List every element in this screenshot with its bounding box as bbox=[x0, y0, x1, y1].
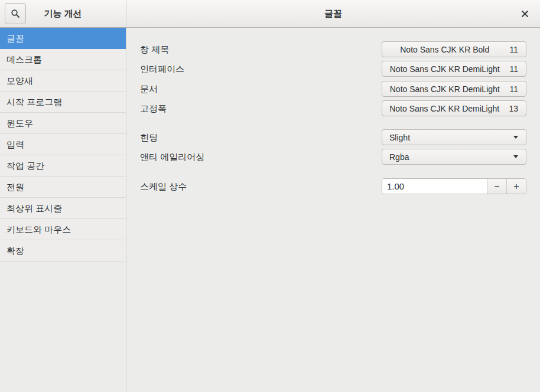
row-label: 앤티 에일리어싱 bbox=[140, 151, 204, 162]
sidebar-item-keyboard-mouse[interactable]: 키보드와 마우스 bbox=[0, 219, 126, 240]
search-icon bbox=[11, 9, 20, 18]
sidebar-item-startup-apps[interactable]: 시작 프로그램 bbox=[0, 92, 126, 113]
font-name: Noto Sans CJK KR Bold bbox=[382, 45, 507, 54]
gnome-tweaks-window: 기능 개선 글꼴 글꼴 데스크톱 모양새 시작 프로그램 윈도우 입력 작업 공… bbox=[0, 0, 540, 392]
sidebar-item-windows[interactable]: 윈도우 bbox=[0, 113, 126, 134]
font-button-interface[interactable]: Noto Sans CJK KR DemiLight 11 bbox=[382, 61, 526, 77]
font-button-monospace[interactable]: Noto Sans CJK KR DemiLight 13 bbox=[382, 100, 526, 116]
fonts-panel: 창 제목 Noto Sans CJK KR Bold 11 인터페이스 Noto… bbox=[126, 28, 540, 392]
sidebar-item-workspaces[interactable]: 작업 공간 bbox=[0, 155, 126, 177]
font-name: Noto Sans CJK KR DemiLight bbox=[382, 64, 507, 74]
minus-icon: − bbox=[494, 181, 499, 192]
header-bar: 기능 개선 글꼴 bbox=[0, 0, 540, 28]
row-label: 창 제목 bbox=[140, 44, 169, 55]
scaling-factor-input[interactable] bbox=[382, 179, 487, 194]
sidebar-item-power[interactable]: 전원 bbox=[0, 177, 126, 198]
sidebar-title: 기능 개선 bbox=[44, 8, 82, 19]
page-title: 글꼴 bbox=[324, 8, 342, 19]
chevron-down-icon bbox=[513, 155, 518, 158]
hinting-row: 힌팅 Slight bbox=[126, 129, 540, 145]
antialiasing-row: 앤티 에일리어싱 Rgba bbox=[126, 149, 540, 165]
close-button[interactable] bbox=[516, 5, 533, 22]
dropdown-value: Slight bbox=[382, 133, 513, 142]
hinting-dropdown[interactable]: Slight bbox=[382, 129, 526, 145]
sidebar: 글꼴 데스크톱 모양새 시작 프로그램 윈도우 입력 작업 공간 전원 최상위 … bbox=[0, 28, 126, 392]
antialiasing-dropdown[interactable]: Rgba bbox=[382, 149, 526, 165]
row-label: 문서 bbox=[140, 83, 158, 94]
sidebar-header: 기능 개선 bbox=[0, 0, 126, 28]
font-button-window-title[interactable]: Noto Sans CJK KR Bold 11 bbox=[382, 41, 526, 57]
font-row-window-title: 창 제목 Noto Sans CJK KR Bold 11 bbox=[126, 41, 540, 57]
search-button[interactable] bbox=[5, 3, 26, 24]
font-row-document: 문서 Noto Sans CJK KR DemiLight 11 bbox=[126, 81, 540, 97]
sidebar-item-top-bar[interactable]: 최상위 표시줄 bbox=[0, 198, 126, 219]
font-size: 11 bbox=[507, 45, 526, 54]
sidebar-item-extensions[interactable]: 확장 bbox=[0, 240, 126, 262]
sidebar-item-fonts[interactable]: 글꼴 bbox=[0, 28, 126, 49]
font-row-interface: 인터페이스 Noto Sans CJK KR DemiLight 11 bbox=[126, 61, 540, 77]
plus-icon: + bbox=[513, 181, 519, 192]
row-label: 스케일 상수 bbox=[140, 181, 187, 192]
sidebar-item-input[interactable]: 입력 bbox=[0, 134, 126, 155]
main-header: 글꼴 bbox=[126, 0, 540, 28]
font-size: 13 bbox=[506, 104, 526, 113]
row-label: 고정폭 bbox=[140, 103, 167, 114]
sidebar-item-desktop[interactable]: 데스크톱 bbox=[0, 49, 126, 70]
font-size: 11 bbox=[507, 84, 526, 94]
scaling-factor-row: 스케일 상수 − + bbox=[126, 178, 540, 194]
dropdown-value: Rgba bbox=[382, 152, 513, 162]
scaling-factor-spinner: − + bbox=[382, 178, 526, 194]
font-button-document[interactable]: Noto Sans CJK KR DemiLight 11 bbox=[382, 81, 526, 97]
row-label: 힌팅 bbox=[140, 132, 158, 143]
font-name: Noto Sans CJK KR DemiLight bbox=[382, 104, 506, 113]
font-size: 11 bbox=[507, 64, 526, 74]
font-name: Noto Sans CJK KR DemiLight bbox=[382, 84, 507, 94]
font-row-monospace: 고정폭 Noto Sans CJK KR DemiLight 13 bbox=[126, 100, 540, 116]
close-icon bbox=[521, 10, 529, 18]
sidebar-item-appearance[interactable]: 모양새 bbox=[0, 70, 126, 92]
row-label: 인터페이스 bbox=[140, 63, 184, 74]
increment-button[interactable]: + bbox=[506, 179, 526, 194]
chevron-down-icon bbox=[513, 136, 518, 139]
decrement-button[interactable]: − bbox=[487, 179, 506, 194]
